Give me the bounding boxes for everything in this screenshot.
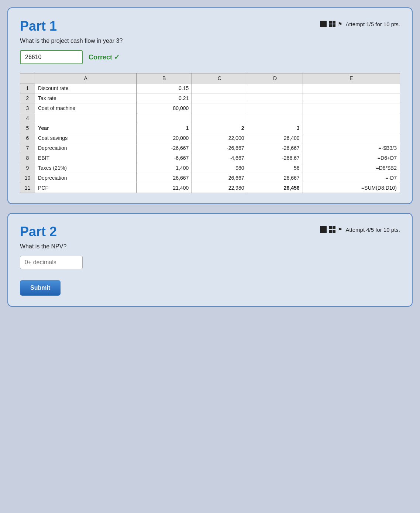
part1-attempt-text: Attempt 1/5 for 10 pts. [345, 21, 400, 27]
cell-b1: 0.15 [137, 83, 192, 93]
cell-b5: 1 [137, 123, 192, 133]
cell-d8: -266.67 [247, 153, 303, 163]
table-row: 2 Tax rate 0.21 [20, 93, 400, 103]
cell-c8: -4,667 [192, 153, 247, 163]
col-header-empty [20, 73, 35, 83]
cell-d10: 26,667 [247, 173, 303, 183]
cell-d1 [247, 83, 303, 93]
grid-icon-2[interactable] [329, 226, 335, 233]
cell-a8: EBIT [35, 153, 137, 163]
cell-b4 [137, 113, 192, 123]
cell-a11: PCF [35, 183, 137, 193]
cell-e10: =-D7 [303, 173, 400, 183]
cell-a1: Discount rate [35, 83, 137, 93]
cell-a2: Tax rate [35, 93, 137, 103]
bookmark-icon-2[interactable] [320, 226, 327, 233]
cell-d5: 3 [247, 123, 303, 133]
bookmark-icon[interactable] [320, 21, 327, 27]
row-num: 4 [20, 113, 35, 123]
cell-e4 [303, 113, 400, 123]
col-header-a: A [35, 73, 137, 83]
cell-d2 [247, 93, 303, 103]
cell-c4 [192, 113, 247, 123]
cell-d3 [247, 103, 303, 113]
cell-e8: =D6+D7 [303, 153, 400, 163]
cell-b3: 80,000 [137, 103, 192, 113]
cell-a7: Depreciation [35, 143, 137, 153]
cell-e1 [303, 83, 400, 93]
table-row: 3 Cost of machine 80,000 [20, 103, 400, 113]
cell-c6: 22,000 [192, 133, 247, 143]
cell-d7: -26,667 [247, 143, 303, 153]
part1-answer-row: Correct ✓ [20, 50, 400, 64]
grid-icon[interactable] [329, 21, 335, 27]
part1-question: What is the project cash flow in year 3? [20, 38, 400, 44]
cell-c5: 2 [192, 123, 247, 133]
row-num: 7 [20, 143, 35, 153]
cell-c7: -26,667 [192, 143, 247, 153]
cell-b7: -26,667 [137, 143, 192, 153]
cell-b8: -6,667 [137, 153, 192, 163]
cell-a10: Depreciation [35, 173, 137, 183]
part2-title: Part 2 [20, 224, 57, 240]
table-row: 5 Year 1 2 3 [20, 123, 400, 133]
part2-icons: ⚑ [320, 226, 342, 233]
table-row: 1 Discount rate 0.15 [20, 83, 400, 93]
row-num: 10 [20, 173, 35, 183]
cell-e6 [303, 133, 400, 143]
cell-b11: 21,400 [137, 183, 192, 193]
row-num: 2 [20, 93, 35, 103]
table-row: 9 Taxes (21%) 1,400 980 56 =D8*$B2 [20, 163, 400, 173]
part2-attempt-info: ⚑ Attempt 4/5 for 10 pts. [320, 224, 400, 233]
table-row: 7 Depreciation -26,667 -26,667 -26,667 =… [20, 143, 400, 153]
part2-header: Part 2 ⚑ Attempt 4/5 for 10 pts. [20, 224, 400, 240]
row-num: 1 [20, 83, 35, 93]
flag-icon-2[interactable]: ⚑ [338, 227, 342, 233]
row-num: 6 [20, 133, 35, 143]
row-num: 3 [20, 103, 35, 113]
cell-a6: Cost savings [35, 133, 137, 143]
cell-a5: Year [35, 123, 137, 133]
cell-d11: 26,456 [247, 183, 303, 193]
part1-answer-input[interactable] [20, 50, 83, 64]
flag-icon[interactable]: ⚑ [338, 21, 342, 27]
cell-c9: 980 [192, 163, 247, 173]
cell-c3 [192, 103, 247, 113]
col-header-d: D [247, 73, 303, 83]
cell-c2 [192, 93, 247, 103]
col-header-c: C [192, 73, 247, 83]
cell-d6: 26,400 [247, 133, 303, 143]
cell-b2: 0.21 [137, 93, 192, 103]
cell-e2 [303, 93, 400, 103]
table-row: 6 Cost savings 20,000 22,000 26,400 [20, 133, 400, 143]
table-row: 11 PCF 21,400 22,980 26,456 =SUM(D8:D10) [20, 183, 400, 193]
cell-d9: 56 [247, 163, 303, 173]
part2-card: Part 2 ⚑ Attempt 4/5 for 10 pts. What is… [7, 213, 413, 307]
cell-c11: 22,980 [192, 183, 247, 193]
cell-e7: =-$B3/3 [303, 143, 400, 153]
cell-b10: 26,667 [137, 173, 192, 183]
part2-input-row [20, 256, 400, 269]
cell-a9: Taxes (21%) [35, 163, 137, 173]
table-row: 10 Depreciation 26,667 26,667 26,667 =-D… [20, 173, 400, 183]
part2-submit-button[interactable]: Submit [20, 280, 61, 296]
spreadsheet-table: A B C D E 1 Discount rate 0.15 2 Tax rat… [20, 73, 400, 193]
row-num: 8 [20, 153, 35, 163]
part2-question: What is the NPV? [20, 243, 400, 250]
cell-c1 [192, 83, 247, 93]
cell-c10: 26,667 [192, 173, 247, 183]
col-header-b: B [137, 73, 192, 83]
cell-a4 [35, 113, 137, 123]
part2-answer-input[interactable] [20, 256, 83, 269]
cell-b9: 1,400 [137, 163, 192, 173]
table-row: 4 [20, 113, 400, 123]
cell-a3: Cost of machine [35, 103, 137, 113]
row-num: 5 [20, 123, 35, 133]
part1-icons: ⚑ [320, 21, 342, 27]
table-row: 8 EBIT -6,667 -4,667 -266.67 =D6+D7 [20, 153, 400, 163]
cell-e9: =D8*$B2 [303, 163, 400, 173]
part1-attempt-info: ⚑ Attempt 1/5 for 10 pts. [320, 18, 400, 27]
cell-e3 [303, 103, 400, 113]
col-header-e: E [303, 73, 400, 83]
part1-title: Part 1 [20, 18, 57, 34]
